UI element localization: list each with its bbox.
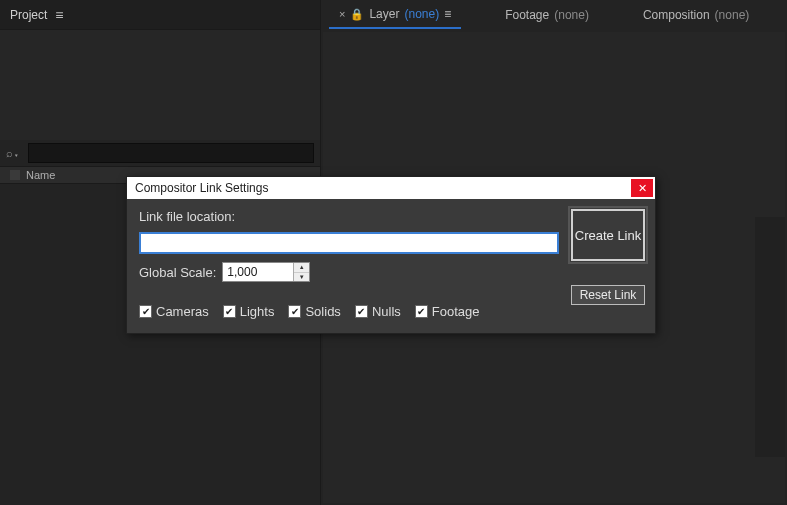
label-column-icon [10, 170, 20, 180]
checkbox-footage[interactable]: ✔ Footage [415, 304, 480, 319]
tab-state: (none) [404, 7, 439, 21]
hamburger-icon[interactable]: ≡ [55, 7, 63, 23]
lock-icon[interactable]: 🔒 [350, 8, 364, 21]
global-scale-stepper[interactable]: ▲ ▼ [222, 262, 310, 282]
tab-state: (none) [715, 8, 750, 22]
project-title: Project [10, 8, 47, 22]
search-icon: ⌕▾ [6, 147, 24, 159]
tab-state: (none) [554, 8, 589, 22]
search-input[interactable] [28, 143, 314, 163]
project-preview-area [0, 30, 320, 140]
checkbox-nulls[interactable]: ✔ Nulls [355, 304, 401, 319]
checkbox-solids[interactable]: ✔ Solids [288, 304, 340, 319]
checkmark-icon: ✔ [139, 305, 152, 318]
link-location-label: Link file location: [139, 209, 559, 224]
checkbox-label: Nulls [372, 304, 401, 319]
checkbox-row: ✔ Cameras ✔ Lights ✔ Solids ✔ Nulls ✔ [139, 304, 559, 319]
checkmark-icon: ✔ [415, 305, 428, 318]
create-link-button[interactable]: Create Link [571, 209, 645, 261]
right-gutter [755, 217, 785, 457]
checkbox-label: Solids [305, 304, 340, 319]
tab-label: Composition [643, 8, 710, 22]
search-row: ⌕▾ [0, 140, 320, 166]
hamburger-icon[interactable]: ≡ [444, 7, 451, 21]
tab-label: Footage [505, 8, 549, 22]
dialog-title: Compositor Link Settings [135, 181, 268, 195]
checkbox-lights[interactable]: ✔ Lights [223, 304, 275, 319]
viewer-tabs: × 🔒 Layer (none) ≡ Footage (none) Compos… [321, 0, 787, 30]
checkbox-label: Lights [240, 304, 275, 319]
stepper-up-icon[interactable]: ▲ [294, 263, 309, 273]
tab-composition[interactable]: Composition (none) [633, 1, 759, 29]
project-panel-header: Project ≡ [0, 0, 320, 30]
link-location-input[interactable] [139, 232, 559, 254]
checkbox-label: Footage [432, 304, 480, 319]
button-label: Create Link [575, 228, 641, 243]
checkmark-icon: ✔ [223, 305, 236, 318]
checkmark-icon: ✔ [288, 305, 301, 318]
tab-label: Layer [369, 7, 399, 21]
stepper-down-icon[interactable]: ▼ [294, 273, 309, 282]
compositor-link-settings-dialog: Compositor Link Settings ✕ Link file loc… [126, 176, 656, 334]
checkmark-icon: ✔ [355, 305, 368, 318]
close-icon[interactable]: × [339, 8, 345, 20]
tab-footage[interactable]: Footage (none) [495, 1, 599, 29]
tab-layer[interactable]: × 🔒 Layer (none) ≡ [329, 1, 461, 29]
dialog-titlebar[interactable]: Compositor Link Settings ✕ [127, 177, 655, 199]
name-column-label: Name [26, 169, 55, 181]
button-label: Reset Link [580, 288, 637, 302]
close-button[interactable]: ✕ [631, 179, 653, 197]
global-scale-input[interactable] [223, 263, 293, 281]
checkbox-label: Cameras [156, 304, 209, 319]
global-scale-label: Global Scale: [139, 265, 216, 280]
reset-link-button[interactable]: Reset Link [571, 285, 645, 305]
checkbox-cameras[interactable]: ✔ Cameras [139, 304, 209, 319]
